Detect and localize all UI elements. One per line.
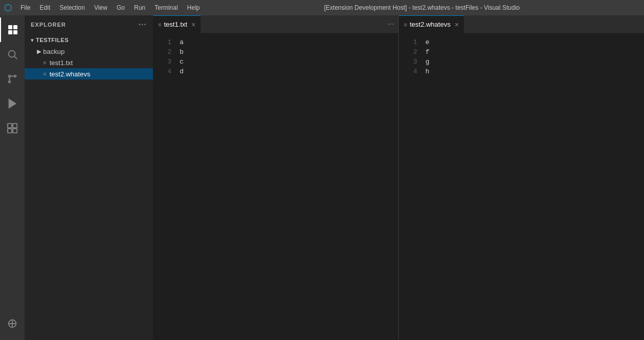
- code-line-1: 1 e: [399, 37, 644, 47]
- editor-area: ≡ test1.txt × ··· 1 a 2 b: [153, 15, 644, 340]
- sidebar-item-test1[interactable]: ≡ test1.txt: [25, 57, 153, 68]
- sidebar-item-test2[interactable]: ≡ test2.whatevs: [25, 68, 153, 79]
- line-content: b: [180, 48, 184, 56]
- menu-terminal[interactable]: Terminal: [150, 3, 182, 12]
- file-label: test1.txt: [49, 59, 73, 67]
- code-line-3: 3 g: [399, 57, 644, 67]
- tab-test2[interactable]: ≡ test2.whatevs ×: [399, 15, 464, 33]
- svg-point-4: [9, 51, 15, 57]
- svg-rect-12: [8, 129, 12, 133]
- close-tab-button[interactable]: ×: [455, 21, 459, 29]
- close-tab-button[interactable]: ×: [191, 21, 196, 29]
- line-content: h: [425, 68, 430, 75]
- activity-remote[interactable]: [0, 311, 25, 336]
- menu-go[interactable]: Go: [112, 3, 129, 12]
- tab-label: test1.txt: [164, 21, 187, 28]
- editor-content-2[interactable]: 1 e 2 f 3 g 4 h: [399, 33, 644, 340]
- editor-pane-1: ≡ test1.txt × ··· 1 a 2 b: [153, 15, 399, 340]
- file-icon: ≡: [158, 22, 161, 28]
- line-content: f: [425, 48, 430, 56]
- svg-rect-2: [8, 30, 12, 34]
- menu-help[interactable]: Help: [183, 3, 204, 12]
- activity-bar: [0, 15, 25, 340]
- tab-label: test2.whatevs: [409, 21, 451, 28]
- sidebar: Explorer ··· ▾ TESTFILES ▶ backup ≡ test…: [25, 15, 153, 340]
- chevron-down-icon: ▾: [31, 37, 34, 44]
- vscode-logo-icon: ⬡: [4, 2, 12, 13]
- tab-test1[interactable]: ≡ test1.txt ×: [153, 15, 201, 33]
- code-line-1: 1 a: [153, 37, 398, 47]
- code-line-3: 3 c: [153, 57, 398, 67]
- svg-point-6: [9, 75, 11, 77]
- activity-run[interactable]: [0, 91, 25, 116]
- editor-content-1[interactable]: 1 a 2 b 3 c 4 d: [153, 33, 398, 340]
- svg-rect-10: [8, 124, 12, 128]
- backup-folder-label: backup: [43, 48, 65, 55]
- file-tree: ▾ TESTFILES ▶ backup ≡ test1.txt ≡ test2…: [25, 33, 153, 340]
- activity-search[interactable]: [0, 42, 25, 67]
- main-layout: Explorer ··· ▾ TESTFILES ▶ backup ≡ test…: [0, 15, 644, 340]
- svg-rect-1: [13, 25, 17, 29]
- menu-view[interactable]: View: [90, 3, 111, 12]
- chevron-right-icon: ▶: [37, 48, 41, 55]
- line-content: e: [425, 38, 430, 46]
- window-title: [Extension Development Host] - test2.wha…: [204, 4, 640, 11]
- root-folder-label: TESTFILES: [36, 37, 69, 43]
- svg-marker-9: [9, 99, 16, 108]
- editor-pane-2: ≡ test2.whatevs × 1 e 2 f 3: [399, 15, 644, 340]
- line-content: c: [180, 58, 184, 66]
- svg-rect-3: [13, 30, 17, 34]
- activity-explorer[interactable]: [0, 17, 25, 42]
- svg-point-7: [14, 75, 16, 77]
- file-icon: ≡: [43, 71, 46, 77]
- file-label: test2.whatevs: [49, 70, 90, 78]
- line-content: g: [425, 58, 430, 66]
- sidebar-header: Explorer ···: [25, 15, 153, 33]
- code-line-2: 2 f: [399, 47, 644, 57]
- activity-source-control[interactable]: [0, 67, 25, 91]
- code-line-4: 4 d: [153, 67, 398, 76]
- code-line-2: 2 b: [153, 47, 398, 57]
- editors-container: ≡ test1.txt × ··· 1 a 2 b: [153, 15, 644, 340]
- line-content: a: [180, 38, 184, 46]
- svg-point-8: [9, 81, 11, 83]
- pane-2-tabs: ≡ test2.whatevs ×: [399, 15, 644, 33]
- file-icon: ≡: [404, 22, 407, 28]
- line-content: d: [180, 68, 184, 75]
- svg-rect-0: [8, 25, 12, 29]
- activity-extensions[interactable]: [0, 116, 25, 141]
- menu-edit[interactable]: Edit: [35, 3, 54, 12]
- sidebar-item-backup[interactable]: ▶ backup: [25, 46, 153, 57]
- menu-run[interactable]: Run: [130, 3, 149, 12]
- root-folder[interactable]: ▾ TESTFILES: [25, 34, 153, 46]
- code-line-4: 4 h: [399, 67, 644, 76]
- menu-bar: File Edit Selection View Go Run Terminal…: [16, 3, 204, 12]
- svg-rect-13: [13, 129, 17, 133]
- menu-file[interactable]: File: [16, 3, 34, 12]
- pane-1-more[interactable]: ···: [383, 19, 398, 29]
- pane-1-tabs: ≡ test1.txt × ···: [153, 15, 398, 33]
- file-icon: ≡: [43, 59, 46, 66]
- sidebar-title: Explorer: [31, 22, 66, 28]
- sidebar-more-button[interactable]: ···: [139, 20, 147, 29]
- titlebar: ⬡ File Edit Selection View Go Run Termin…: [0, 0, 644, 15]
- svg-line-5: [14, 56, 17, 59]
- menu-selection[interactable]: Selection: [55, 3, 89, 12]
- svg-rect-11: [13, 124, 17, 128]
